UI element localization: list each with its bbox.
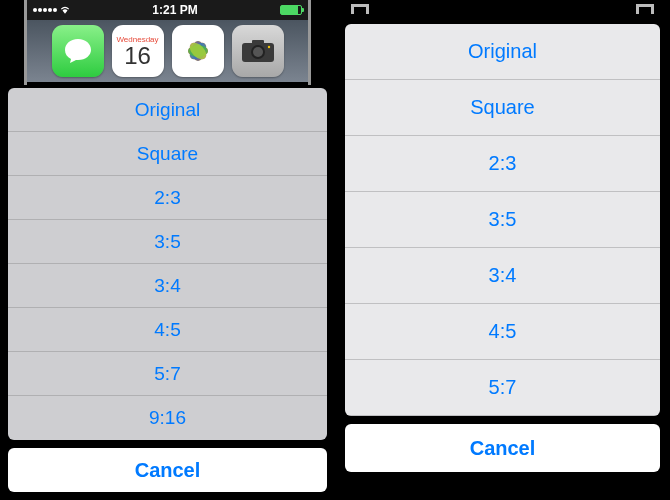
option-9-16[interactable]: 9:16 <box>8 396 327 440</box>
option-2-3[interactable]: 2:3 <box>8 176 327 220</box>
option-square[interactable]: Square <box>8 132 327 176</box>
cancel-sheet: Cancel <box>8 448 327 492</box>
cancel-button[interactable]: Cancel <box>345 424 660 472</box>
option-5-7[interactable]: 5:7 <box>8 352 327 396</box>
option-5-7[interactable]: 5:7 <box>345 360 660 416</box>
option-original[interactable]: Original <box>8 88 327 132</box>
option-3-4[interactable]: 3:4 <box>8 264 327 308</box>
aspect-ratio-sheet: Original Square 2:3 3:5 3:4 4:5 5:7 <box>345 24 660 416</box>
option-2-3[interactable]: 2:3 <box>345 136 660 192</box>
option-3-5[interactable]: 3:5 <box>8 220 327 264</box>
option-4-5[interactable]: 4:5 <box>345 304 660 360</box>
aspect-ratio-sheet: Original Square 2:3 3:5 3:4 4:5 5:7 9:16 <box>8 88 327 440</box>
phone-left: 1:21 PM Wednesday 16 <box>0 0 335 500</box>
crop-handles <box>345 0 660 18</box>
option-3-4[interactable]: 3:4 <box>345 248 660 304</box>
phone-right: Original Square 2:3 3:5 3:4 4:5 5:7 Canc… <box>335 0 670 500</box>
option-3-5[interactable]: 3:5 <box>345 192 660 248</box>
cancel-sheet: Cancel <box>345 424 660 472</box>
option-square[interactable]: Square <box>345 80 660 136</box>
crop-handle-icon <box>351 4 369 14</box>
crop-handle-icon <box>636 4 654 14</box>
cancel-button[interactable]: Cancel <box>8 448 327 492</box>
option-4-5[interactable]: 4:5 <box>8 308 327 352</box>
option-original[interactable]: Original <box>345 24 660 80</box>
